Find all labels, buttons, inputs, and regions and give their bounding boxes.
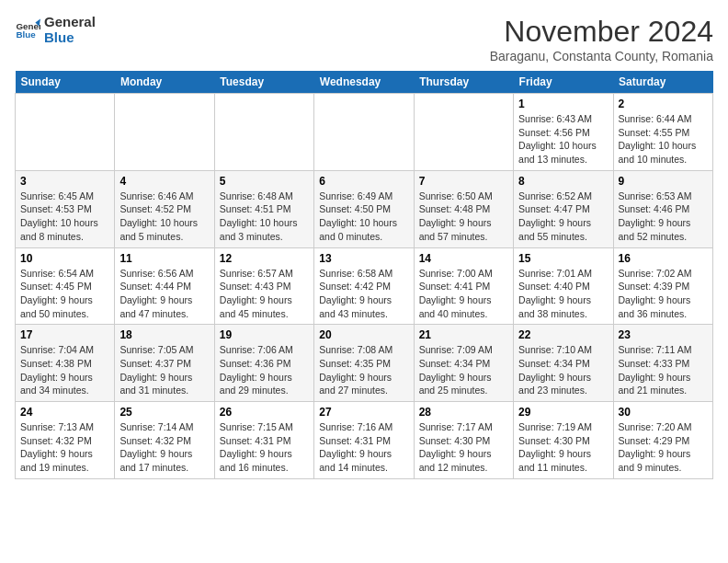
col-header-monday: Monday: [115, 71, 214, 94]
day-cell: 2Sunrise: 6:44 AM Sunset: 4:55 PM Daylig…: [613, 94, 712, 171]
day-cell: 13Sunrise: 6:58 AM Sunset: 4:42 PM Dayli…: [314, 247, 414, 325]
day-cell: 27Sunrise: 7:16 AM Sunset: 4:31 PM Dayli…: [314, 402, 414, 479]
day-info: Sunrise: 6:43 AM Sunset: 4:56 PM Dayligh…: [518, 112, 608, 167]
day-number: 18: [119, 328, 209, 341]
day-info: Sunrise: 7:20 AM Sunset: 4:29 PM Dayligh…: [619, 420, 708, 475]
day-number: 29: [518, 406, 608, 419]
day-number: 17: [20, 328, 109, 341]
day-cell: 25Sunrise: 7:14 AM Sunset: 4:32 PM Dayli…: [115, 402, 214, 479]
day-number: 15: [518, 252, 608, 265]
day-info: Sunrise: 6:52 AM Sunset: 4:47 PM Dayligh…: [518, 190, 608, 244]
col-header-thursday: Thursday: [414, 71, 513, 94]
day-number: 4: [119, 175, 209, 188]
day-number: 13: [319, 252, 408, 265]
day-info: Sunrise: 7:02 AM Sunset: 4:39 PM Dayligh…: [619, 267, 708, 321]
day-cell: 5Sunrise: 6:48 AM Sunset: 4:51 PM Daylig…: [214, 170, 313, 247]
day-number: 6: [319, 175, 408, 188]
day-number: 27: [319, 406, 408, 419]
day-cell: 26Sunrise: 7:15 AM Sunset: 4:31 PM Dayli…: [214, 402, 313, 479]
logo: General Blue General Blue: [15, 15, 96, 45]
day-info: Sunrise: 6:46 AM Sunset: 4:52 PM Dayligh…: [119, 190, 209, 244]
day-info: Sunrise: 6:56 AM Sunset: 4:44 PM Dayligh…: [119, 267, 209, 321]
day-cell: 24Sunrise: 7:13 AM Sunset: 4:32 PM Dayli…: [16, 402, 115, 479]
day-info: Sunrise: 7:19 AM Sunset: 4:30 PM Dayligh…: [518, 420, 608, 475]
day-info: Sunrise: 6:58 AM Sunset: 4:42 PM Dayligh…: [319, 267, 408, 321]
day-info: Sunrise: 7:11 AM Sunset: 4:33 PM Dayligh…: [619, 343, 708, 397]
col-header-wednesday: Wednesday: [314, 71, 414, 94]
logo-line2: Blue: [44, 30, 96, 46]
day-number: 20: [319, 328, 408, 341]
week-row-1: 1Sunrise: 6:43 AM Sunset: 4:56 PM Daylig…: [16, 94, 713, 171]
day-number: 1: [518, 98, 608, 110]
day-number: 23: [619, 328, 708, 341]
day-cell: [314, 94, 414, 171]
day-info: Sunrise: 6:54 AM Sunset: 4:45 PM Dayligh…: [20, 267, 109, 321]
day-number: 9: [619, 175, 708, 188]
col-header-friday: Friday: [514, 71, 613, 94]
col-header-tuesday: Tuesday: [214, 71, 313, 94]
day-number: 26: [220, 406, 309, 419]
day-cell: [414, 94, 513, 171]
day-cell: 23Sunrise: 7:11 AM Sunset: 4:33 PM Dayli…: [613, 325, 712, 402]
header-row: SundayMondayTuesdayWednesdayThursdayFrid…: [16, 71, 713, 94]
day-cell: 7Sunrise: 6:50 AM Sunset: 4:48 PM Daylig…: [414, 170, 513, 247]
day-info: Sunrise: 7:04 AM Sunset: 4:38 PM Dayligh…: [20, 343, 109, 397]
day-cell: 18Sunrise: 7:05 AM Sunset: 4:37 PM Dayli…: [115, 325, 214, 402]
day-info: Sunrise: 6:44 AM Sunset: 4:55 PM Dayligh…: [619, 112, 708, 167]
day-cell: 28Sunrise: 7:17 AM Sunset: 4:30 PM Dayli…: [414, 402, 513, 479]
day-cell: 10Sunrise: 6:54 AM Sunset: 4:45 PM Dayli…: [16, 247, 115, 325]
day-cell: 19Sunrise: 7:06 AM Sunset: 4:36 PM Dayli…: [214, 325, 313, 402]
day-number: 11: [119, 252, 209, 265]
day-cell: 6Sunrise: 6:49 AM Sunset: 4:50 PM Daylig…: [314, 170, 414, 247]
day-cell: 4Sunrise: 6:46 AM Sunset: 4:52 PM Daylig…: [115, 170, 214, 247]
day-number: 14: [419, 252, 508, 265]
col-header-sunday: Sunday: [16, 71, 115, 94]
day-number: 28: [419, 406, 508, 419]
day-cell: [115, 94, 214, 171]
day-cell: 1Sunrise: 6:43 AM Sunset: 4:56 PM Daylig…: [514, 94, 613, 171]
day-number: 30: [619, 406, 708, 419]
day-number: 2: [619, 98, 708, 110]
week-row-3: 10Sunrise: 6:54 AM Sunset: 4:45 PM Dayli…: [16, 247, 713, 325]
day-cell: [214, 94, 313, 171]
day-number: 7: [419, 175, 508, 188]
day-info: Sunrise: 7:00 AM Sunset: 4:41 PM Dayligh…: [419, 267, 508, 321]
day-cell: 17Sunrise: 7:04 AM Sunset: 4:38 PM Dayli…: [16, 325, 115, 402]
location: Baraganu, Constanta County, Romania: [490, 49, 713, 63]
day-cell: 16Sunrise: 7:02 AM Sunset: 4:39 PM Dayli…: [613, 247, 712, 325]
day-info: Sunrise: 7:06 AM Sunset: 4:36 PM Dayligh…: [220, 343, 309, 397]
day-cell: 8Sunrise: 6:52 AM Sunset: 4:47 PM Daylig…: [514, 170, 613, 247]
day-number: 25: [119, 406, 209, 419]
calendar-table: SundayMondayTuesdayWednesdayThursdayFrid…: [15, 71, 713, 479]
day-info: Sunrise: 7:13 AM Sunset: 4:32 PM Dayligh…: [20, 420, 109, 475]
week-row-2: 3Sunrise: 6:45 AM Sunset: 4:53 PM Daylig…: [16, 170, 713, 247]
day-info: Sunrise: 6:50 AM Sunset: 4:48 PM Dayligh…: [419, 190, 508, 244]
day-info: Sunrise: 7:10 AM Sunset: 4:34 PM Dayligh…: [518, 343, 608, 397]
day-info: Sunrise: 7:05 AM Sunset: 4:37 PM Dayligh…: [119, 343, 209, 397]
day-number: 12: [220, 252, 309, 265]
day-number: 24: [20, 406, 109, 419]
svg-text:Blue: Blue: [16, 29, 36, 40]
day-info: Sunrise: 7:01 AM Sunset: 4:40 PM Dayligh…: [518, 267, 608, 321]
title-block: November 2024 Baraganu, Constanta County…: [490, 15, 713, 63]
day-info: Sunrise: 7:09 AM Sunset: 4:34 PM Dayligh…: [419, 343, 508, 397]
day-cell: 3Sunrise: 6:45 AM Sunset: 4:53 PM Daylig…: [16, 170, 115, 247]
day-cell: 12Sunrise: 6:57 AM Sunset: 4:43 PM Dayli…: [214, 247, 313, 325]
day-cell: [16, 94, 115, 171]
day-info: Sunrise: 7:16 AM Sunset: 4:31 PM Dayligh…: [319, 420, 408, 475]
day-number: 22: [518, 328, 608, 341]
day-cell: 30Sunrise: 7:20 AM Sunset: 4:29 PM Dayli…: [613, 402, 712, 479]
week-row-5: 24Sunrise: 7:13 AM Sunset: 4:32 PM Dayli…: [16, 402, 713, 479]
day-info: Sunrise: 6:48 AM Sunset: 4:51 PM Dayligh…: [220, 190, 309, 244]
week-row-4: 17Sunrise: 7:04 AM Sunset: 4:38 PM Dayli…: [16, 325, 713, 402]
day-number: 19: [220, 328, 309, 341]
day-info: Sunrise: 6:45 AM Sunset: 4:53 PM Dayligh…: [20, 190, 109, 244]
day-info: Sunrise: 6:49 AM Sunset: 4:50 PM Dayligh…: [319, 190, 408, 244]
logo-icon: General Blue: [15, 17, 40, 43]
day-info: Sunrise: 6:57 AM Sunset: 4:43 PM Dayligh…: [220, 267, 309, 321]
day-cell: 9Sunrise: 6:53 AM Sunset: 4:46 PM Daylig…: [613, 170, 712, 247]
day-number: 10: [20, 252, 109, 265]
day-number: 5: [220, 175, 309, 188]
day-cell: 15Sunrise: 7:01 AM Sunset: 4:40 PM Dayli…: [514, 247, 613, 325]
day-info: Sunrise: 6:53 AM Sunset: 4:46 PM Dayligh…: [619, 190, 708, 244]
